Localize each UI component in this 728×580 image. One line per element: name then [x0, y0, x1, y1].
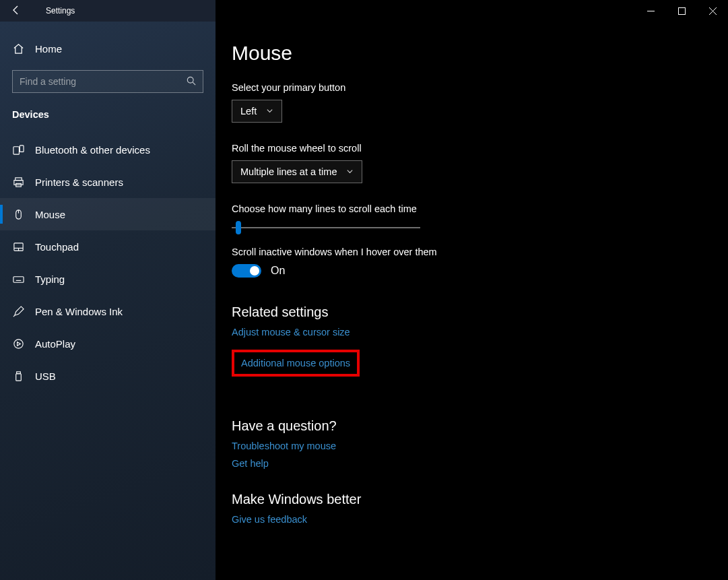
keyboard-icon — [12, 273, 24, 285]
sidebar-item-label: USB — [35, 370, 56, 382]
maximize-button[interactable] — [666, 0, 697, 22]
wheel-scroll-label: Roll the mouse wheel to scroll — [232, 143, 712, 154]
chevron-down-icon — [346, 168, 354, 176]
search-icon — [187, 76, 196, 88]
sidebar-nav: Bluetooth & other devices Printers & sca… — [0, 127, 216, 392]
svg-rect-1 — [678, 7, 685, 14]
sidebar-item-label: Bluetooth & other devices — [35, 144, 150, 156]
wheel-scroll-value: Multiple lines at a time — [240, 166, 337, 177]
sidebar: Home Devices Bluetooth & other devices — [0, 22, 216, 580]
inactive-scroll-toggle[interactable] — [232, 264, 261, 278]
primary-button-dropdown[interactable]: Left — [232, 100, 282, 123]
svg-rect-7 — [20, 145, 24, 151]
back-button[interactable] — [0, 5, 32, 18]
sidebar-item-label: Mouse — [35, 209, 65, 220]
sidebar-item-touchpad[interactable]: Touchpad — [0, 230, 216, 263]
page-title: Mouse — [232, 42, 712, 65]
settings-window: Settings Home — [0, 0, 728, 580]
have-a-question-heading: Have a question? — [232, 418, 712, 434]
sidebar-item-label: AutoPlay — [35, 338, 75, 350]
autoplay-icon — [12, 338, 24, 350]
usb-icon — [12, 370, 24, 382]
minimize-button[interactable] — [635, 0, 666, 22]
svg-point-22 — [13, 339, 22, 348]
sidebar-item-mouse[interactable]: Mouse — [0, 198, 216, 230]
toggle-state-label: On — [271, 265, 285, 277]
primary-button-value: Left — [240, 106, 257, 117]
svg-rect-24 — [15, 373, 21, 380]
touchpad-icon — [12, 241, 24, 253]
sidebar-item-label: Touchpad — [35, 241, 79, 253]
slider-track — [232, 227, 420, 228]
lines-scroll-slider[interactable] — [232, 221, 420, 234]
home-label: Home — [35, 43, 62, 55]
sidebar-item-autoplay[interactable]: AutoPlay — [0, 327, 216, 360]
lines-scroll-label: Choose how many lines to scroll each tim… — [232, 203, 712, 214]
link-additional-mouse-options[interactable]: Additional mouse options — [241, 358, 350, 368]
svg-rect-9 — [13, 180, 22, 185]
svg-line-5 — [193, 82, 195, 85]
link-get-help[interactable]: Get help — [232, 458, 712, 469]
sidebar-category: Devices — [0, 93, 216, 127]
home-icon — [12, 43, 24, 55]
close-button[interactable] — [697, 0, 728, 22]
bluetooth-devices-icon — [12, 144, 24, 156]
inactive-scroll-label: Scroll inactive windows when I hover ove… — [232, 247, 712, 257]
svg-rect-16 — [13, 276, 23, 282]
svg-point-4 — [187, 77, 193, 83]
chevron-down-icon — [266, 107, 273, 116]
sidebar-item-printers[interactable]: Printers & scanners — [0, 166, 216, 198]
mouse-icon — [12, 209, 24, 220]
sidebar-item-label: Pen & Windows Ink — [35, 306, 123, 317]
printer-icon — [12, 176, 24, 188]
primary-button-label: Select your primary button — [232, 82, 712, 93]
search-input[interactable] — [20, 76, 187, 87]
content-area: Mouse Select your primary button Left Ro… — [216, 22, 728, 580]
svg-rect-8 — [15, 177, 21, 180]
titlebar: Settings — [0, 0, 728, 22]
sidebar-item-label: Printers & scanners — [35, 176, 123, 188]
window-title: Settings — [46, 6, 75, 15]
link-adjust-mouse-cursor-size[interactable]: Adjust mouse & cursor size — [232, 327, 712, 337]
highlight-box: Additional mouse options — [232, 350, 360, 377]
svg-rect-6 — [13, 146, 19, 154]
sidebar-item-typing[interactable]: Typing — [0, 263, 216, 295]
make-windows-better-heading: Make Windows better — [232, 492, 712, 507]
toggle-knob — [250, 266, 259, 276]
pen-icon — [12, 306, 24, 317]
link-troubleshoot-my-mouse[interactable]: Troubleshoot my mouse — [232, 441, 712, 451]
link-give-us-feedback[interactable]: Give us feedback — [232, 514, 712, 525]
search-box[interactable] — [12, 70, 203, 93]
sidebar-item-pen[interactable]: Pen & Windows Ink — [0, 295, 216, 327]
wheel-scroll-dropdown[interactable]: Multiple lines at a time — [232, 160, 362, 183]
related-settings-heading: Related settings — [232, 304, 712, 320]
sidebar-item-bluetooth[interactable]: Bluetooth & other devices — [0, 133, 216, 166]
sidebar-item-usb[interactable]: USB — [0, 360, 216, 392]
home-button[interactable]: Home — [0, 35, 216, 62]
sidebar-item-label: Typing — [35, 273, 65, 285]
slider-thumb[interactable] — [236, 221, 241, 234]
